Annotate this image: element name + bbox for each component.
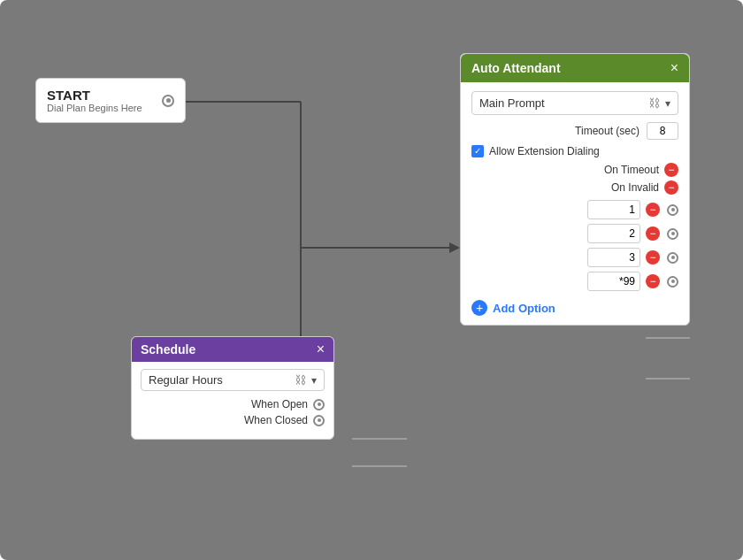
start-node-output-dot[interactable] — [162, 95, 174, 107]
option-row-3 — [471, 248, 678, 267]
add-option-label: Add Option — [493, 302, 555, 315]
on-invalid-remove-button[interactable] — [664, 180, 678, 195]
schedule-close-button[interactable]: × — [317, 342, 325, 357]
on-invalid-row: On Invalid — [471, 180, 678, 195]
when-closed-output-dot[interactable] — [313, 415, 325, 426]
option-remove-button-star99[interactable] — [646, 274, 660, 288]
option-output-dot-2[interactable] — [667, 228, 678, 240]
svg-marker-4 — [449, 242, 460, 253]
on-timeout-row: On Timeout — [471, 163, 678, 177]
auto-attendant-panel: Auto Attendant × Main Prompt ⛓ ▾ Timeout… — [460, 53, 690, 326]
allow-extension-checkbox[interactable] — [471, 145, 484, 157]
allow-extension-label: Allow Extension Dialing — [489, 145, 600, 157]
when-open-output-dot[interactable] — [313, 399, 325, 410]
start-node-text: START Dial Plan Begins Here — [47, 88, 142, 113]
option-input-2[interactable] — [587, 224, 640, 243]
schedule-header: Schedule × — [132, 337, 333, 362]
option-output-dot-3[interactable] — [667, 252, 678, 264]
timeout-input[interactable] — [647, 122, 678, 140]
option-output-dot-1[interactable] — [667, 204, 678, 216]
option-output-dot-star99[interactable] — [667, 276, 678, 288]
schedule-node: Schedule × Regular Hours ⛓ ▾ When Open W… — [131, 336, 334, 440]
aa-header-title: Auto Attendant — [471, 61, 561, 75]
option-remove-button-1[interactable] — [646, 203, 660, 217]
aa-link-icon: ⛓ — [648, 96, 660, 110]
timeout-label: Timeout (sec) — [575, 125, 640, 137]
aa-chevron-down-icon: ▾ — [665, 97, 670, 110]
aa-body: Main Prompt ⛓ ▾ Timeout (sec) Allow Exte… — [461, 82, 689, 325]
option-row-star99 — [471, 272, 678, 291]
on-invalid-label: On Invalid — [611, 181, 659, 194]
schedule-body: Regular Hours ⛓ ▾ When Open When Closed — [132, 362, 333, 439]
start-node-subtitle: Dial Plan Begins Here — [47, 103, 142, 113]
link-icon: ⛓ — [295, 373, 306, 387]
add-option-row[interactable]: Add Option — [471, 300, 678, 316]
when-open-row: When Open — [141, 398, 325, 410]
option-row-2 — [471, 224, 678, 243]
schedule-dropdown-icons: ⛓ ▾ — [295, 373, 317, 387]
add-option-plus-icon — [471, 300, 487, 316]
timeout-row: Timeout (sec) — [471, 122, 678, 140]
aa-main-prompt-value: Main Prompt — [479, 96, 648, 110]
schedule-dropdown-value: Regular Hours — [149, 373, 295, 387]
option-remove-button-3[interactable] — [646, 250, 660, 265]
option-input-3[interactable] — [587, 248, 640, 267]
chevron-down-icon: ▾ — [311, 374, 317, 387]
option-rows — [471, 200, 678, 291]
aa-main-prompt-dropdown[interactable]: Main Prompt ⛓ ▾ — [471, 91, 678, 115]
option-input-1[interactable] — [587, 200, 640, 219]
on-timeout-remove-button[interactable] — [664, 163, 678, 177]
on-timeout-label: On Timeout — [604, 164, 659, 176]
option-row-1 — [471, 200, 678, 219]
start-node: START Dial Plan Begins Here — [35, 78, 186, 123]
schedule-dropdown[interactable]: Regular Hours ⛓ ▾ — [141, 369, 325, 391]
schedule-header-title: Schedule — [141, 342, 195, 357]
when-closed-row: When Closed — [141, 414, 325, 426]
canvas: START Dial Plan Begins Here Schedule × R… — [0, 0, 743, 560]
option-remove-button-2[interactable] — [646, 226, 660, 241]
option-input-star99[interactable] — [587, 272, 640, 291]
when-closed-label: When Closed — [244, 414, 308, 426]
start-node-title: START — [47, 88, 142, 103]
aa-dropdown-icons: ⛓ ▾ — [648, 96, 670, 110]
allow-extension-row: Allow Extension Dialing — [471, 145, 678, 157]
aa-header: Auto Attendant × — [461, 54, 689, 82]
aa-close-button[interactable]: × — [670, 60, 678, 76]
when-open-label: When Open — [251, 398, 308, 410]
